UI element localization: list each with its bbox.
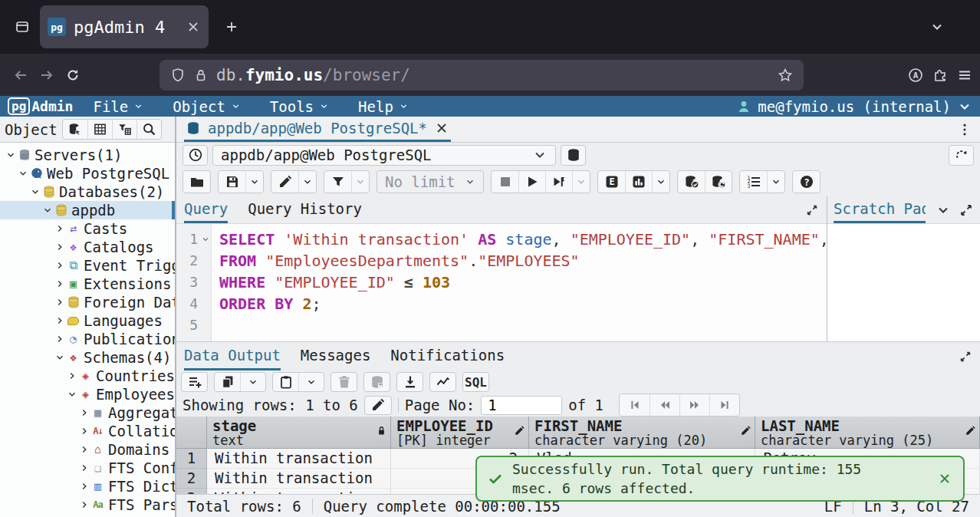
tree-item-fts-configurations[interactable]: ❏FTS Configurations	[0, 459, 175, 477]
fold-chevron-icon[interactable]	[201, 235, 210, 244]
tree-item-fts-dictionaries[interactable]: ▥FTS Dictionaries	[0, 477, 175, 496]
tab-notifications[interactable]: Notifications	[390, 342, 505, 370]
tree-item-catalogs[interactable]: ❖Catalogs	[0, 238, 175, 256]
menu-help[interactable]: Help	[358, 98, 409, 115]
row-number-cell[interactable]: 1	[176, 449, 207, 469]
graph-visualiser-button[interactable]	[430, 373, 455, 391]
cell-stage[interactable]: Within transaction	[207, 489, 391, 494]
browser-tab[interactable]: pg pgAdmin 4	[40, 5, 209, 48]
list-tabs-icon[interactable]	[929, 19, 945, 35]
tree-item-servers-1[interactable]: Servers(1)	[0, 146, 175, 164]
tree-item-aggregates[interactable]: ▦Aggregates	[0, 403, 175, 422]
shield-icon[interactable]	[170, 68, 186, 83]
tree-item-item[interactable]: ▣	[0, 514, 175, 517]
page-number-input[interactable]	[481, 396, 562, 415]
tree-item-countries[interactable]: ◈Countries	[0, 367, 175, 385]
chevron-down-icon[interactable]	[29, 186, 41, 197]
tab-messages[interactable]: Messages	[301, 342, 371, 370]
tree-item-schemas-4[interactable]: ❖Schemas(4)	[0, 348, 175, 367]
execute-chevron-button[interactable]	[572, 171, 590, 193]
paste-button[interactable]	[273, 373, 298, 391]
save-options-button[interactable]	[245, 171, 263, 193]
copy-options-button[interactable]	[240, 373, 265, 391]
tree-item-databases-2[interactable]: Databases(2)	[0, 183, 175, 201]
macro-button[interactable]: 123	[740, 171, 767, 193]
chevron-right-icon[interactable]	[78, 426, 90, 436]
row-number-cell[interactable]: 3	[176, 489, 207, 494]
row-limit-select[interactable]: No limit	[377, 170, 484, 193]
tree-item-web-postgresql[interactable]: Web PostgreSQL	[0, 164, 175, 183]
filtered-rows-button[interactable]	[112, 120, 136, 139]
column-header-last-name[interactable]: LAST_NAMEcharacter varying (25)	[755, 417, 980, 449]
column-header-first-name[interactable]: FIRST_NAMEcharacter varying (20)	[529, 417, 755, 449]
paste-options-button[interactable]	[298, 373, 324, 391]
macro-options-button[interactable]	[767, 171, 784, 193]
tree-item-appdb[interactable]: appdb	[0, 201, 175, 219]
extensions-icon[interactable]	[932, 68, 948, 83]
chevron-down-icon[interactable]	[17, 168, 29, 179]
chevron-down-icon[interactable]	[5, 150, 17, 160]
chevron-right-icon[interactable]	[78, 463, 90, 473]
edit-options-button[interactable]	[298, 171, 316, 193]
save-file-button[interactable]	[219, 171, 245, 193]
kebab-menu-icon[interactable]	[957, 122, 972, 137]
connection-select[interactable]: appdb/app@Web PostgreSQL	[212, 145, 556, 166]
delete-row-button[interactable]	[331, 373, 357, 391]
menu-object[interactable]: Object	[173, 98, 241, 115]
tree-item-fts-parsers[interactable]: AaFTS Parsers	[0, 496, 175, 514]
filter-options-button[interactable]	[351, 171, 369, 193]
add-row-button[interactable]	[182, 373, 207, 391]
chevron-right-icon[interactable]	[54, 315, 66, 326]
menu-file[interactable]: File	[93, 98, 143, 115]
download-button[interactable]	[397, 373, 423, 391]
tree-item-employees[interactable]: ◈Employees	[0, 385, 175, 403]
tab-data-output[interactable]: Data Output	[184, 342, 281, 370]
object-explorer-button[interactable]	[63, 120, 87, 139]
account-icon[interactable]: A	[908, 68, 923, 83]
tab-query[interactable]: Query	[184, 196, 228, 223]
execute-options-button[interactable]	[545, 171, 572, 193]
chevron-right-icon[interactable]	[54, 260, 66, 271]
chevron-right-icon[interactable]	[54, 242, 66, 252]
chevron-right-icon[interactable]	[78, 407, 90, 418]
expand-icon[interactable]	[959, 203, 974, 218]
refresh-button[interactable]	[949, 145, 974, 166]
column-header-stage[interactable]: stagetext	[207, 417, 391, 449]
chevron-right-icon[interactable]	[78, 444, 90, 455]
forward-button[interactable]	[34, 62, 60, 88]
close-tab-icon[interactable]	[186, 19, 201, 35]
first-page-button[interactable]	[620, 394, 649, 416]
last-page-button[interactable]	[709, 394, 739, 416]
save-data-button[interactable]	[364, 373, 390, 391]
rollback-button[interactable]	[705, 171, 732, 193]
expand-icon[interactable]	[805, 196, 819, 223]
bookmark-star-icon[interactable]	[778, 68, 793, 83]
tab-query-history[interactable]: Query History	[248, 196, 362, 223]
cell-stage[interactable]: Within transaction	[207, 449, 391, 469]
cell-stage[interactable]: Within transaction	[207, 469, 391, 489]
previous-page-button[interactable]	[649, 394, 679, 416]
edit-range-button[interactable]	[364, 396, 392, 415]
tree-item-event-triggers[interactable]: ⧉Event Triggers	[0, 256, 175, 275]
tree-item-casts[interactable]: ⇄Casts	[0, 219, 175, 238]
lock-icon[interactable]	[193, 68, 209, 83]
filter-button[interactable]	[324, 171, 351, 193]
show-sql-button[interactable]: SQL	[463, 373, 488, 391]
toast-close-icon[interactable]	[937, 471, 952, 486]
query-tool-tab[interactable]: appdb/app@Web PostgreSQL*	[184, 117, 451, 142]
query-history-button[interactable]	[183, 145, 208, 166]
chevron-right-icon[interactable]	[54, 334, 66, 344]
tree-item-languages[interactable]: Languages	[0, 311, 175, 330]
chevron-down-icon[interactable]	[936, 203, 951, 218]
new-connection-button[interactable]	[561, 145, 586, 166]
editor-code[interactable]: SELECT 'Within transaction' AS stage, "E…	[212, 224, 827, 341]
chevron-right-icon[interactable]	[54, 278, 66, 289]
explain-options-button[interactable]	[652, 171, 669, 193]
chevron-right-icon[interactable]	[66, 370, 78, 381]
explain-button[interactable]: E	[598, 171, 625, 193]
new-tab-button[interactable]	[219, 15, 244, 39]
url-bar[interactable]: db.fymio.us/browser/	[159, 60, 804, 91]
close-icon[interactable]	[434, 120, 449, 136]
back-button[interactable]	[8, 62, 34, 88]
chevron-down-icon[interactable]	[66, 389, 78, 400]
